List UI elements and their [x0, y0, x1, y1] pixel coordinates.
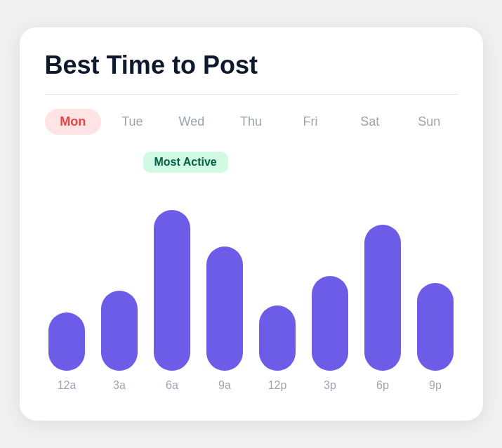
bar-6a	[154, 210, 190, 371]
day-tab-mon[interactable]: Mon	[45, 109, 102, 135]
day-tabs: MonTueWedThuFriSatSun	[45, 109, 458, 135]
x-label-9p: 9p	[414, 379, 458, 392]
day-tab-tue[interactable]: Tue	[104, 109, 161, 135]
bar-9a	[206, 246, 243, 371]
day-tab-fri[interactable]: Fri	[282, 109, 339, 135]
x-label-12a: 12a	[45, 379, 89, 392]
bar-3p	[312, 276, 348, 371]
bar-col-6p	[361, 188, 405, 371]
best-time-card: Best Time to Post MonTueWedThuFriSatSun …	[20, 27, 483, 421]
bar-col-9p	[414, 188, 458, 371]
day-tab-sat[interactable]: Sat	[341, 109, 398, 135]
bar-col-3p	[308, 188, 352, 371]
bar-col-12p	[256, 188, 300, 371]
bars-row	[45, 188, 458, 371]
x-label-9a: 9a	[203, 379, 247, 392]
bar-6p	[364, 225, 401, 371]
day-tab-thu[interactable]: Thu	[223, 109, 279, 135]
x-label-3p: 3p	[308, 379, 352, 392]
x-label-3a: 3a	[98, 379, 142, 392]
divider	[45, 94, 458, 95]
x-label-6a: 6a	[150, 379, 194, 392]
bar-col-6a	[150, 188, 194, 371]
day-tab-sun[interactable]: Sun	[401, 109, 458, 135]
day-tab-wed[interactable]: Wed	[164, 109, 220, 135]
bar-12p	[259, 305, 296, 371]
bar-3a	[101, 291, 138, 371]
x-label-6p: 6p	[361, 379, 405, 392]
bar-col-12a	[45, 188, 89, 371]
x-label-12p: 12p	[256, 379, 300, 392]
bar-col-9a	[203, 188, 247, 371]
x-labels: 12a3a6a9a12p3p6p9p	[45, 379, 458, 392]
bar-12a	[48, 312, 85, 371]
most-active-badge: Most Active	[143, 152, 228, 173]
card-title: Best Time to Post	[45, 50, 458, 80]
bar-col-3a	[98, 188, 142, 371]
chart-area: Most Active 12a3a6a9a12p3p6p9p	[45, 152, 458, 392]
bar-9p	[417, 283, 454, 371]
